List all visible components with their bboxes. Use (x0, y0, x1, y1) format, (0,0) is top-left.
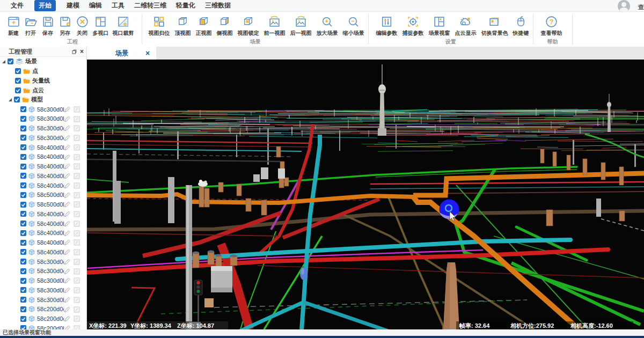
svg-text:Y坐标: 1389.34: Y坐标: 1389.34 (130, 322, 172, 329)
svg-text:相机方位:275.92: 相机方位:275.92 (510, 322, 554, 329)
svg-text:Z坐标: 104.87: Z坐标: 104.87 (177, 322, 214, 329)
svg-text:帧率: 32.64: 帧率: 32.64 (459, 322, 490, 329)
svg-text:X坐标: 221.39: X坐标: 221.39 (89, 322, 127, 329)
svg-text:相机高度:-12.60: 相机高度:-12.60 (570, 322, 613, 329)
svg-text:?: ? (550, 18, 554, 26)
